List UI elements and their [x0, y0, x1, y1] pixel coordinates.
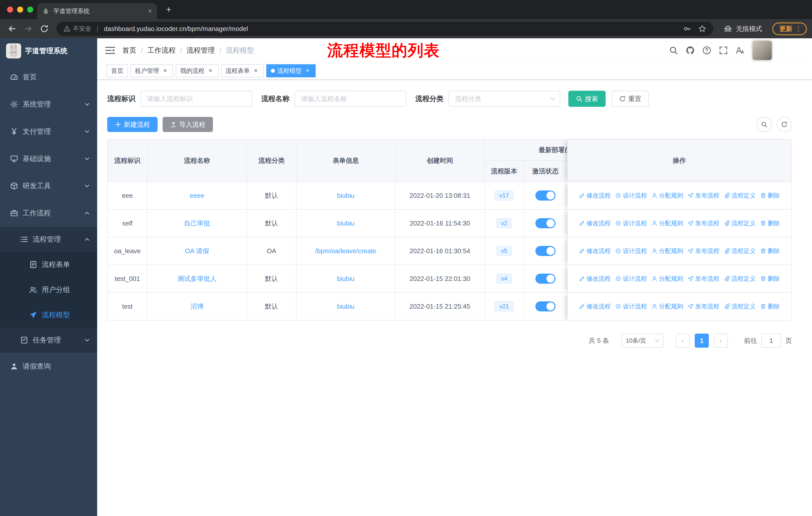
sidebar-item-workflow[interactable]: 工作流程: [0, 199, 97, 227]
key-icon[interactable]: [683, 25, 691, 33]
design-process-action[interactable]: 设计流程: [615, 302, 647, 310]
modify-process-action[interactable]: 修改流程: [579, 302, 611, 310]
active-toggle[interactable]: [535, 218, 555, 228]
sidebar-item-system-management[interactable]: 系统管理: [0, 91, 97, 118]
close-icon[interactable]: ×: [162, 67, 169, 74]
publish-process-action[interactable]: 发布流程: [688, 219, 719, 227]
process-name-link[interactable]: OA 请假: [185, 247, 209, 255]
reload-button[interactable]: [37, 22, 51, 36]
refresh-table-button[interactable]: [777, 117, 792, 132]
kebab-menu-icon[interactable]: ⋮: [795, 25, 802, 33]
sidebar-item-home[interactable]: 首页: [0, 63, 97, 91]
modify-process-action[interactable]: 修改流程: [579, 275, 611, 283]
search-button[interactable]: 搜索: [568, 91, 606, 107]
process-definition-action[interactable]: 流程定义: [724, 219, 756, 227]
assign-rule-action[interactable]: 分配规则: [651, 247, 683, 255]
security-warning[interactable]: 不安全: [63, 25, 91, 33]
browser-update-button[interactable]: 更新 ⋮: [772, 22, 807, 35]
process-category-select[interactable]: 流程分类: [448, 91, 560, 107]
publish-process-action[interactable]: 发布流程: [688, 191, 719, 199]
sidebar-item-task-management[interactable]: 任务管理: [0, 328, 97, 353]
sidebar-item-process-form[interactable]: 流程表单: [0, 252, 97, 277]
goto-page-input[interactable]: [761, 333, 781, 348]
publish-process-action[interactable]: 发布流程: [688, 275, 719, 283]
sidebar-item-process-management[interactable]: 流程管理: [0, 227, 97, 252]
view-tab-home[interactable]: 首页: [107, 64, 128, 77]
form-info-link[interactable]: /bpm/oa/leave/create: [315, 247, 376, 255]
active-toggle[interactable]: [535, 190, 555, 200]
design-process-action[interactable]: 设计流程: [615, 191, 647, 199]
assign-rule-action[interactable]: 分配规则: [651, 219, 683, 227]
window-close-button[interactable]: [7, 6, 13, 12]
new-tab-button[interactable]: +: [163, 4, 174, 15]
back-button[interactable]: [5, 22, 19, 36]
tab-close-icon[interactable]: ×: [148, 7, 152, 15]
sidebar-item-leave-query[interactable]: 请假查询: [0, 353, 97, 380]
forward-button[interactable]: [21, 22, 35, 36]
active-toggle[interactable]: [535, 246, 555, 256]
close-icon[interactable]: ×: [207, 67, 214, 74]
active-toggle[interactable]: [535, 301, 555, 311]
modify-process-action[interactable]: 修改流程: [579, 247, 611, 255]
browser-tab[interactable]: 芋道管理系统 ×: [37, 3, 157, 19]
view-tab-my-process[interactable]: 我的流程×: [176, 64, 219, 77]
sidebar-item-infrastructure[interactable]: 基础设施: [0, 145, 97, 172]
current-page-button[interactable]: 1: [695, 333, 709, 348]
help-icon[interactable]: [702, 46, 711, 55]
sidebar-item-dev-tools[interactable]: 研发工具: [0, 172, 97, 199]
form-info-link[interactable]: biubiu: [337, 303, 354, 310]
next-page-button[interactable]: ›: [714, 333, 728, 348]
delete-action[interactable]: 删除: [760, 247, 780, 255]
sidebar-item-payment-management[interactable]: 支付管理: [0, 118, 97, 145]
view-tab-process-form[interactable]: 流程表单×: [221, 64, 264, 77]
process-name-link[interactable]: 自己审批: [184, 219, 210, 227]
process-definition-action[interactable]: 流程定义: [724, 191, 756, 199]
design-process-action[interactable]: 设计流程: [615, 275, 647, 283]
assign-rule-action[interactable]: 分配规则: [651, 191, 683, 199]
import-process-button[interactable]: 导入流程: [163, 117, 213, 132]
hamburger-icon[interactable]: [105, 45, 115, 55]
create-process-button[interactable]: 新建流程: [107, 117, 157, 132]
modify-process-action[interactable]: 修改流程: [579, 219, 611, 227]
design-process-action[interactable]: 设计流程: [615, 247, 647, 255]
window-zoom-button[interactable]: [27, 6, 33, 12]
reset-button[interactable]: 重置: [612, 91, 649, 107]
breadcrumb-item[interactable]: 首页: [122, 46, 137, 55]
breadcrumb-item[interactable]: 工作流程: [147, 46, 176, 55]
app-logo-row[interactable]: 芋道管理系统: [0, 38, 97, 63]
active-toggle[interactable]: [535, 274, 555, 284]
user-avatar[interactable]: [753, 41, 772, 60]
view-tab-process-model[interactable]: 流程模型×: [266, 64, 316, 77]
url-bar[interactable]: 不安全 | dashboard.yudao.iocoder.cn/bpm/man…: [56, 22, 713, 36]
form-info-link[interactable]: biubiu: [337, 219, 354, 227]
publish-process-action[interactable]: 发布流程: [688, 247, 719, 255]
bookmark-star-icon[interactable]: [698, 25, 706, 33]
form-info-link[interactable]: biubiu: [337, 275, 354, 282]
process-name-link[interactable]: 滔博: [191, 303, 204, 310]
modify-process-action[interactable]: 修改流程: [579, 191, 611, 199]
toggle-search-button[interactable]: [757, 117, 772, 132]
process-definition-action[interactable]: 流程定义: [724, 275, 756, 283]
view-tab-tenant-management[interactable]: 租户管理×: [130, 64, 173, 77]
assign-rule-action[interactable]: 分配规则: [651, 302, 683, 310]
process-definition-action[interactable]: 流程定义: [724, 247, 756, 255]
design-process-action[interactable]: 设计流程: [615, 219, 647, 227]
breadcrumb-item[interactable]: 流程管理: [187, 46, 215, 55]
fullscreen-icon[interactable]: [719, 46, 728, 55]
process-definition-action[interactable]: 流程定义: [724, 302, 756, 310]
github-icon[interactable]: [686, 46, 695, 55]
window-minimize-button[interactable]: [17, 6, 23, 12]
process-name-link[interactable]: eeee: [190, 192, 204, 199]
page-size-select[interactable]: 10条/页: [621, 333, 664, 348]
process-name-input[interactable]: [294, 91, 406, 107]
prev-page-button[interactable]: ‹: [675, 333, 690, 348]
delete-action[interactable]: 删除: [760, 219, 780, 227]
search-icon[interactable]: [669, 46, 678, 55]
sidebar-item-user-group[interactable]: 用户分组: [0, 277, 97, 302]
delete-action[interactable]: 删除: [760, 275, 780, 283]
form-info-link[interactable]: biubiu: [337, 192, 354, 199]
delete-action[interactable]: 删除: [760, 191, 780, 199]
close-icon[interactable]: ×: [304, 67, 311, 74]
font-size-icon[interactable]: [735, 46, 745, 55]
publish-process-action[interactable]: 发布流程: [688, 302, 719, 310]
